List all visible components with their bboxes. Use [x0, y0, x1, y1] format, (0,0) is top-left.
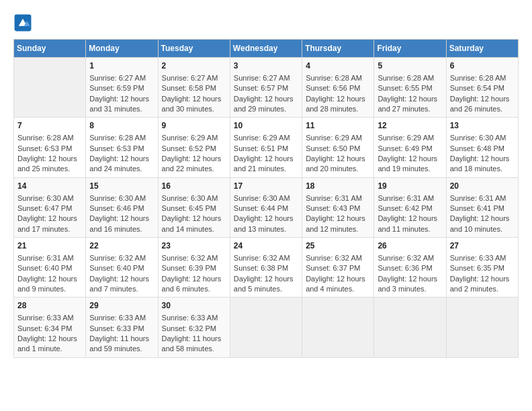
day-number: 1: [89, 60, 154, 72]
cell-content: Sunset: 6:40 PM: [89, 263, 154, 273]
cell-content: Daylight: 12 hours and 7 minutes.: [89, 274, 154, 295]
week-row-2: 14Sunrise: 6:30 AMSunset: 6:47 PMDayligh…: [14, 177, 519, 237]
cell-content: Sunset: 6:37 PM: [306, 263, 370, 273]
day-number: 28: [17, 300, 82, 312]
day-number: 6: [450, 60, 515, 72]
week-row-4: 28Sunrise: 6:33 AMSunset: 6:34 PMDayligh…: [14, 298, 519, 357]
calendar-cell: 7Sunrise: 6:28 AMSunset: 6:53 PMDaylight…: [14, 118, 86, 177]
cell-content: Sunset: 6:34 PM: [17, 324, 82, 334]
cell-content: Sunset: 6:53 PM: [17, 144, 82, 154]
cell-content: Sunset: 6:56 PM: [306, 83, 370, 93]
cell-content: Daylight: 12 hours and 14 minutes.: [162, 214, 226, 234]
calendar-cell: 14Sunrise: 6:30 AMSunset: 6:47 PMDayligh…: [14, 177, 86, 237]
calendar-cell: 20Sunrise: 6:31 AMSunset: 6:41 PMDayligh…: [446, 177, 518, 237]
cell-content: Sunset: 6:51 PM: [234, 144, 298, 154]
cell-content: Sunset: 6:59 PM: [89, 83, 154, 93]
cell-content: Sunrise: 6:28 AM: [450, 73, 515, 83]
cell-content: Daylight: 12 hours and 28 minutes.: [306, 94, 370, 115]
cell-content: Daylight: 12 hours and 9 minutes.: [17, 274, 82, 295]
calendar-cell: 5Sunrise: 6:28 AMSunset: 6:55 PMDaylight…: [374, 58, 446, 118]
calendar-cell: [374, 298, 446, 357]
cell-content: Sunrise: 6:31 AM: [306, 193, 370, 203]
day-number: 29: [89, 300, 154, 312]
day-number: 16: [162, 181, 226, 192]
calendar-cell: 13Sunrise: 6:30 AMSunset: 6:48 PMDayligh…: [446, 118, 518, 177]
cell-content: Sunrise: 6:31 AM: [17, 253, 82, 263]
cell-content: Sunrise: 6:32 AM: [378, 253, 442, 263]
cell-content: Sunrise: 6:33 AM: [89, 313, 154, 323]
calendar-cell: 19Sunrise: 6:31 AMSunset: 6:42 PMDayligh…: [374, 177, 446, 237]
cell-content: Sunset: 6:49 PM: [378, 144, 442, 154]
calendar-cell: 4Sunrise: 6:28 AMSunset: 6:56 PMDaylight…: [302, 58, 374, 118]
header-monday: Monday: [86, 40, 158, 58]
calendar-cell: [230, 298, 302, 357]
cell-content: Sunset: 6:44 PM: [234, 203, 298, 214]
cell-content: Sunrise: 6:28 AM: [17, 133, 82, 143]
calendar-cell: [446, 298, 518, 357]
cell-content: Daylight: 12 hours and 1 minute.: [17, 334, 82, 355]
cell-content: Sunrise: 6:33 AM: [17, 313, 82, 323]
cell-content: Sunrise: 6:32 AM: [306, 253, 370, 263]
cell-content: Daylight: 12 hours and 11 minutes.: [378, 214, 442, 234]
cell-content: Daylight: 12 hours and 16 minutes.: [89, 214, 154, 234]
cell-content: Sunset: 6:55 PM: [378, 83, 442, 93]
day-number: 30: [162, 300, 226, 312]
calendar-cell: 3Sunrise: 6:27 AMSunset: 6:57 PMDaylight…: [230, 58, 302, 118]
cell-content: Daylight: 12 hours and 26 minutes.: [450, 94, 515, 115]
cell-content: Daylight: 12 hours and 3 minutes.: [378, 274, 442, 295]
cell-content: Sunset: 6:47 PM: [17, 203, 82, 214]
day-number: 17: [234, 181, 298, 192]
cell-content: Sunset: 6:52 PM: [162, 144, 226, 154]
calendar-cell: 2Sunrise: 6:27 AMSunset: 6:58 PMDaylight…: [158, 58, 230, 118]
cell-content: Daylight: 12 hours and 31 minutes.: [89, 94, 154, 115]
header-thursday: Thursday: [302, 40, 374, 58]
calendar-cell: [302, 298, 374, 357]
cell-content: Sunrise: 6:33 AM: [450, 253, 515, 263]
calendar-cell: 22Sunrise: 6:32 AMSunset: 6:40 PMDayligh…: [86, 238, 158, 298]
day-number: 11: [306, 120, 370, 132]
cell-content: Sunset: 6:46 PM: [89, 203, 154, 214]
cell-content: Sunset: 6:42 PM: [378, 203, 442, 214]
page-header: [13, 13, 519, 32]
cell-content: Sunset: 6:33 PM: [89, 324, 154, 334]
cell-content: Daylight: 12 hours and 24 minutes.: [89, 154, 154, 175]
day-number: 23: [162, 240, 226, 252]
week-row-1: 7Sunrise: 6:28 AMSunset: 6:53 PMDaylight…: [14, 118, 519, 177]
calendar-cell: 6Sunrise: 6:28 AMSunset: 6:54 PMDaylight…: [446, 58, 518, 118]
cell-content: Daylight: 12 hours and 21 minutes.: [234, 154, 298, 175]
week-row-0: 1Sunrise: 6:27 AMSunset: 6:59 PMDaylight…: [14, 58, 519, 118]
calendar-cell: 18Sunrise: 6:31 AMSunset: 6:43 PMDayligh…: [302, 177, 374, 237]
cell-content: Sunset: 6:35 PM: [450, 263, 515, 273]
cell-content: Daylight: 12 hours and 2 minutes.: [450, 274, 515, 295]
cell-content: Daylight: 12 hours and 5 minutes.: [234, 274, 298, 295]
calendar-cell: 25Sunrise: 6:32 AMSunset: 6:37 PMDayligh…: [302, 238, 374, 298]
calendar-cell: 10Sunrise: 6:29 AMSunset: 6:51 PMDayligh…: [230, 118, 302, 177]
calendar-cell: 11Sunrise: 6:29 AMSunset: 6:50 PMDayligh…: [302, 118, 374, 177]
day-number: 2: [162, 60, 226, 72]
calendar-cell: [14, 58, 86, 118]
header-tuesday: Tuesday: [158, 40, 230, 58]
cell-content: Sunset: 6:38 PM: [234, 263, 298, 273]
cell-content: Sunrise: 6:32 AM: [234, 253, 298, 263]
week-row-3: 21Sunrise: 6:31 AMSunset: 6:40 PMDayligh…: [14, 238, 519, 298]
cell-content: Sunset: 6:54 PM: [450, 83, 515, 93]
cell-content: Daylight: 12 hours and 29 minutes.: [234, 94, 298, 115]
cell-content: Sunrise: 6:29 AM: [162, 133, 226, 143]
calendar-table: SundayMondayTuesdayWednesdayThursdayFrid…: [13, 39, 519, 358]
calendar-cell: 17Sunrise: 6:30 AMSunset: 6:44 PMDayligh…: [230, 177, 302, 237]
day-number: 27: [450, 240, 515, 252]
calendar-cell: 26Sunrise: 6:32 AMSunset: 6:36 PMDayligh…: [374, 238, 446, 298]
cell-content: Sunset: 6:58 PM: [162, 83, 226, 93]
calendar-cell: 1Sunrise: 6:27 AMSunset: 6:59 PMDaylight…: [86, 58, 158, 118]
cell-content: Sunset: 6:41 PM: [450, 203, 515, 214]
calendar-cell: 12Sunrise: 6:29 AMSunset: 6:49 PMDayligh…: [374, 118, 446, 177]
day-number: 10: [234, 120, 298, 132]
cell-content: Sunset: 6:43 PM: [306, 203, 370, 214]
calendar-cell: 24Sunrise: 6:32 AMSunset: 6:38 PMDayligh…: [230, 238, 302, 298]
calendar-cell: 27Sunrise: 6:33 AMSunset: 6:35 PMDayligh…: [446, 238, 518, 298]
cell-content: Sunrise: 6:28 AM: [378, 73, 442, 83]
cell-content: Sunrise: 6:28 AM: [89, 133, 154, 143]
day-number: 5: [378, 60, 442, 72]
day-number: 8: [89, 120, 154, 132]
day-number: 18: [306, 181, 370, 192]
